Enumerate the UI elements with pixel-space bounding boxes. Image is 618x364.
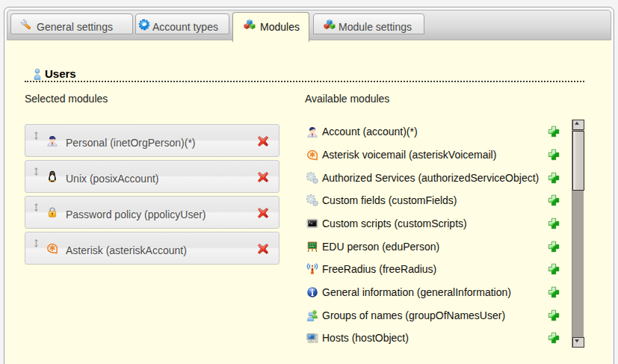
drag-handle-icon[interactable] (33, 131, 40, 141)
module-icon (46, 242, 58, 254)
tab-label: General settings (37, 21, 113, 33)
module-icon (306, 194, 318, 206)
module-label: Hosts (hostObject) (322, 332, 409, 344)
section-title: Users (45, 68, 76, 80)
module-icon (306, 241, 318, 253)
plus-icon (548, 126, 560, 138)
available-module-row: Authorized Services (authorizedServiceOb… (305, 166, 560, 189)
tab-label: Modules (260, 21, 300, 33)
tab-module-settings[interactable]: Module settings (313, 13, 424, 34)
tab-account-types[interactable]: Account types (135, 13, 229, 34)
module-icon (306, 172, 318, 184)
tab-modules[interactable]: Modules (232, 12, 309, 42)
module-icon (306, 286, 318, 298)
selected-module-row[interactable]: Personal (inetOrgPerson)(*) (25, 124, 279, 157)
module-icon (306, 263, 318, 275)
section-users-heading: Users (25, 66, 584, 82)
tab-label: Module settings (339, 21, 412, 33)
module-label: Custom fields (customFields) (322, 194, 457, 206)
module-icon (46, 170, 58, 182)
remove-module-button[interactable] (257, 243, 269, 255)
available-module-row: Custom fields (customFields) (305, 189, 560, 212)
available-module-row: Groups of names (groupOfNamesUser) (305, 303, 560, 327)
add-module-button[interactable] (548, 241, 560, 253)
module-icon (46, 206, 58, 218)
add-module-button[interactable] (548, 218, 560, 229)
selected-modules-label: Selected modules (25, 93, 108, 105)
scrollbar-down-button[interactable] (572, 337, 584, 348)
available-module-row: Custom scripts (customScripts) (305, 212, 560, 235)
tab-general-settings[interactable]: General settings (10, 13, 133, 34)
available-module-row: FreeRadius (freeRadius) (305, 258, 560, 281)
delete-icon (257, 171, 269, 183)
selected-modules-list: Personal (inetOrgPerson)(*) Unix (posixA… (25, 124, 279, 268)
module-label: EDU person (eduPerson) (322, 241, 439, 253)
scrollbar-up-button[interactable] (572, 120, 584, 130)
delete-icon (257, 207, 269, 219)
module-icon (46, 135, 58, 146)
user-icon (31, 68, 43, 80)
module-label: Custom scripts (customScripts) (322, 218, 467, 229)
plus-icon (548, 332, 560, 344)
selected-module-row[interactable]: Password policy (ppolicyUser) (25, 196, 279, 229)
remove-module-button[interactable] (257, 171, 269, 183)
module-icon (306, 126, 318, 138)
scroll-down-icon (574, 339, 583, 346)
add-module-button[interactable] (548, 126, 560, 138)
available-module-row: EDU person (eduPerson) (305, 235, 560, 258)
drag-handle-icon[interactable] (33, 238, 40, 248)
plus-icon (548, 263, 560, 275)
plus-icon (548, 194, 560, 206)
add-module-button[interactable] (548, 149, 560, 161)
module-icon (306, 309, 318, 321)
remove-module-button[interactable] (257, 135, 269, 147)
module-label: Asterisk (asteriskAccount) (66, 244, 187, 256)
available-modules-label: Available modules (305, 93, 389, 105)
module-label: Personal (inetOrgPerson)(*) (66, 137, 196, 149)
module-icon (306, 218, 318, 229)
delete-icon (257, 135, 269, 147)
module-icon (306, 149, 318, 161)
tab-label: Account types (152, 21, 218, 33)
add-module-button[interactable] (548, 286, 560, 298)
selected-module-row[interactable]: Unix (posixAccount) (25, 160, 279, 193)
module-label: FreeRadius (freeRadius) (322, 263, 436, 275)
drag-handle-icon[interactable] (33, 203, 40, 212)
scrollbar-thumb[interactable] (572, 131, 584, 191)
module-icon (306, 332, 318, 344)
modules-icon (324, 19, 336, 31)
remove-module-button[interactable] (257, 207, 269, 219)
plus-icon (548, 149, 560, 161)
scroll-up-icon (574, 121, 583, 129)
plus-icon (548, 286, 560, 298)
plus-icon (548, 241, 560, 253)
gear-icon (138, 19, 150, 31)
drag-handle-icon[interactable] (33, 167, 40, 176)
plus-icon (548, 309, 560, 321)
available-modules-scrollbar[interactable] (572, 120, 584, 348)
add-module-button[interactable] (548, 172, 560, 184)
add-module-button[interactable] (548, 263, 560, 275)
lam-configuration-page: General settings Account types Modules M… (0, 0, 618, 364)
available-module-row: Asterisk voicemail (asteriskVoicemail) (305, 144, 560, 167)
available-module-row: Account (account)(*) (305, 120, 560, 144)
available-module-row: General information (generalInformation) (305, 281, 560, 304)
plus-icon (548, 218, 560, 229)
delete-icon (257, 243, 269, 255)
wrench-icon (19, 19, 31, 31)
add-module-button[interactable] (548, 194, 560, 206)
module-label: Password policy (ppolicyUser) (66, 209, 206, 220)
module-label: General information (generalInformation) (322, 286, 511, 298)
available-module-row: Hosts (hostObject) (305, 327, 560, 350)
selected-module-row[interactable]: Asterisk (asteriskAccount) (25, 232, 279, 265)
module-label: Account (account)(*) (322, 126, 418, 138)
module-label: Unix (posixAccount) (66, 173, 159, 185)
add-module-button[interactable] (548, 332, 560, 344)
module-label: Authorized Services (authorizedServiceOb… (322, 172, 539, 184)
module-label: Groups of names (groupOfNamesUser) (322, 309, 505, 321)
modules-icon (244, 19, 256, 31)
add-module-button[interactable] (548, 309, 560, 321)
module-label: Asterisk voicemail (asteriskVoicemail) (322, 149, 496, 161)
available-modules-list: Account (account)(*) Asterisk voicemail … (305, 120, 560, 350)
plus-icon (548, 172, 560, 184)
